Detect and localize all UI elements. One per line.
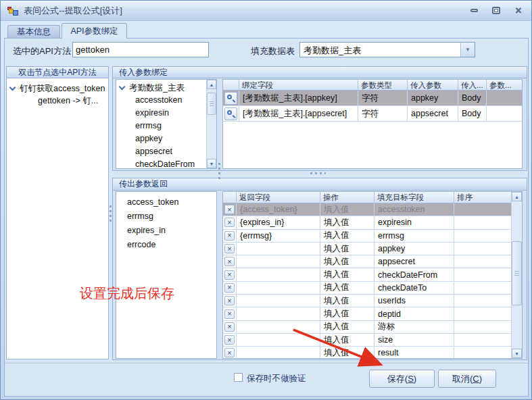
scroll-thumb[interactable]: [512, 241, 522, 305]
cell-sort[interactable]: [454, 203, 511, 216]
cell-param-type[interactable]: 字符: [358, 106, 408, 121]
cell-binding-field[interactable]: [考勤数据_主表].[appkey]: [239, 91, 358, 105]
expander-icon[interactable]: [119, 84, 126, 91]
cell-pass-via[interactable]: Body: [458, 106, 487, 121]
scroll-up-icon[interactable]: ▲: [207, 80, 216, 89]
cell-target-field[interactable]: appsecret: [374, 255, 454, 268]
delete-row-button[interactable]: ×: [224, 270, 235, 280]
cell-return-field[interactable]: [237, 295, 320, 307]
tree-item[interactable]: expiresin: [116, 107, 206, 120]
cell-operation[interactable]: 填入值: [320, 282, 374, 294]
delete-row-button[interactable]: ×: [224, 283, 235, 293]
cell-operation[interactable]: 填入值: [320, 230, 374, 242]
cell-operation[interactable]: 填入值: [320, 307, 374, 320]
dropdown-button[interactable]: ▼: [460, 43, 475, 57]
cell-target-field[interactable]: checkDateTo: [374, 282, 454, 294]
output-return-row[interactable]: × 填入值 checkDateTo: [223, 282, 511, 295]
cell-return-field[interactable]: [237, 255, 320, 268]
cell-sort[interactable]: [454, 243, 511, 255]
cell-sort[interactable]: [454, 230, 511, 242]
tab-basic-info[interactable]: 基本信息: [7, 25, 60, 38]
col-param-type[interactable]: 参数类型: [358, 80, 408, 90]
cell-target-field[interactable]: deptid: [374, 307, 454, 320]
cell-param-extra[interactable]: [487, 106, 522, 121]
cell-sort[interactable]: [454, 295, 511, 307]
tree-item[interactable]: appkey: [116, 132, 206, 145]
fill-table-combobox[interactable]: 考勤数据_主表 ▼: [299, 42, 475, 57]
col-sort[interactable]: 排序: [454, 192, 511, 203]
tree-item[interactable]: errmsg: [116, 120, 206, 132]
delete-row-button[interactable]: ×: [224, 296, 235, 305]
output-return-row[interactable]: × {access_token} 填入值 accesstoken: [223, 203, 511, 216]
cell-return-field[interactable]: [237, 334, 320, 346]
tree-node-root[interactable]: 钉钉获取access_token: [7, 82, 108, 95]
cell-sort[interactable]: [454, 216, 511, 228]
cell-target-field[interactable]: errmsg: [374, 230, 454, 242]
col-return-field[interactable]: 返回字段: [237, 192, 320, 203]
cell-operation[interactable]: 填入值: [320, 295, 374, 307]
output-return-row[interactable]: × 填入值 checkDateFrom: [223, 268, 511, 281]
output-return-row[interactable]: × 填入值 deptid: [223, 307, 511, 320]
splitter-vertical-left[interactable]: [110, 205, 112, 223]
cell-operation[interactable]: 填入值: [320, 216, 374, 228]
scroll-down-icon[interactable]: ▼: [207, 159, 216, 168]
maximize-button[interactable]: [490, 5, 502, 16]
save-button[interactable]: 保存(S): [369, 370, 435, 388]
cell-sort[interactable]: [454, 268, 511, 280]
minimize-button[interactable]: [468, 5, 480, 16]
cell-sort[interactable]: [454, 321, 511, 333]
output-return-row[interactable]: × 填入值 游标: [223, 321, 511, 334]
cell-target-field[interactable]: result: [374, 347, 454, 358]
api-method-input[interactable]: [72, 42, 209, 57]
output-return-row[interactable]: × 填入值 appsecret: [223, 255, 511, 268]
splitter-horizontal[interactable]: [310, 172, 326, 174]
cell-operation[interactable]: 填入值: [320, 243, 374, 255]
no-validate-checkbox[interactable]: [234, 373, 243, 382]
cell-operation[interactable]: 填入值: [320, 255, 374, 268]
list-item[interactable]: errmsg: [116, 209, 216, 224]
delete-row-button[interactable]: ×: [224, 218, 235, 227]
tree-node-method[interactable]: gettoken -> 钉...: [7, 95, 108, 107]
input-binding-row[interactable]: [考勤数据_主表].[appsecret] 字符 appsecret Body: [223, 106, 522, 122]
delete-row-button[interactable]: ×: [224, 309, 235, 319]
cell-target-field[interactable]: accesstoken: [374, 203, 454, 216]
cell-target-field[interactable]: 游标: [374, 321, 454, 333]
no-validate-label[interactable]: 保存时不做验证: [247, 373, 306, 384]
cell-return-field[interactable]: [237, 347, 320, 358]
list-item[interactable]: access_token: [116, 195, 216, 209]
cell-binding-field[interactable]: [考勤数据_主表].[appsecret]: [239, 106, 358, 121]
cell-operation[interactable]: 填入值: [320, 334, 374, 346]
lookup-button[interactable]: [224, 107, 237, 120]
cell-operation[interactable]: 填入值: [320, 321, 374, 333]
cell-sort[interactable]: [454, 307, 511, 320]
col-operation[interactable]: 操作: [320, 192, 374, 203]
col-input-more[interactable]: 传入...: [458, 80, 487, 90]
output-return-row[interactable]: × 填入值 size: [223, 334, 511, 347]
list-item[interactable]: expires_in: [116, 224, 216, 238]
cell-return-field[interactable]: [237, 321, 320, 333]
output-return-row[interactable]: × {expires_in} 填入值 expiresin: [223, 216, 511, 229]
cell-sort[interactable]: [454, 334, 511, 346]
tab-api-binding[interactable]: API参数绑定: [62, 23, 127, 39]
cell-operation[interactable]: 填入值: [320, 268, 374, 280]
output-return-row[interactable]: × 填入值 appkey: [223, 243, 511, 255]
scrollbar-vertical[interactable]: ▲ ▼: [511, 192, 522, 358]
expander-icon[interactable]: [9, 84, 16, 91]
scrollbar-vertical[interactable]: ▲ ▼: [206, 80, 216, 168]
delete-row-button[interactable]: ×: [224, 335, 235, 345]
tree-item[interactable]: checkDateFrom: [116, 158, 206, 168]
scroll-thumb[interactable]: [207, 93, 216, 115]
cell-sort[interactable]: [454, 255, 511, 268]
cell-return-field[interactable]: {errmsg}: [237, 230, 320, 242]
cell-param-type[interactable]: 字符: [358, 91, 408, 105]
cell-return-field[interactable]: [237, 268, 320, 280]
output-return-row[interactable]: × 填入值 result: [223, 347, 511, 358]
input-binding-row[interactable]: [考勤数据_主表].[appkey] 字符 appkey Body: [223, 91, 522, 106]
tree-node-table[interactable]: 考勤数据_主表: [116, 82, 206, 94]
cell-operation[interactable]: 填入值: [320, 347, 374, 358]
col-target-field[interactable]: 填充目标字段: [374, 192, 454, 203]
list-item[interactable]: errcode: [116, 238, 216, 252]
cell-operation[interactable]: 填入值: [320, 203, 374, 216]
col-binding-field[interactable]: 绑定字段: [239, 80, 358, 90]
cell-return-field[interactable]: [237, 282, 320, 294]
